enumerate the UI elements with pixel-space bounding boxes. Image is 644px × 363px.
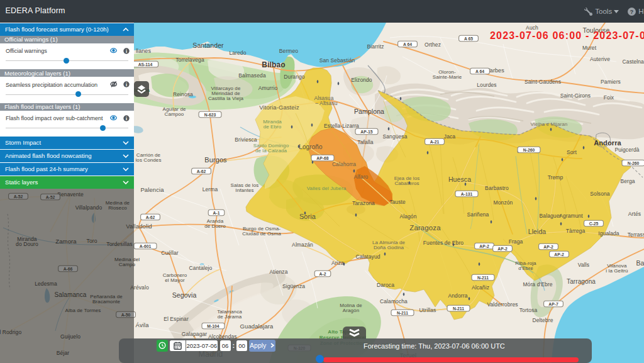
svg-text:Tafalla: Tafalla <box>357 139 373 145</box>
svg-text:Laredo: Laredo <box>229 50 246 56</box>
svg-text:Biarritz: Biarritz <box>367 43 384 50</box>
svg-text:Calatayud: Calatayud <box>355 254 380 260</box>
svg-text:Fraga: Fraga <box>509 238 523 245</box>
svg-text:Balaguer: Balaguer <box>540 213 562 219</box>
svg-text:AP-2: AP-2 <box>543 245 553 249</box>
svg-text:Ba: Ba <box>636 259 644 267</box>
svg-text:A-131: A-131 <box>461 192 473 196</box>
svg-text:AP-2: AP-2 <box>497 247 508 251</box>
svg-text:i: i <box>126 48 127 53</box>
svg-text:Infantes: Infantes <box>235 187 253 193</box>
svg-text:A 65: A 65 <box>464 36 473 41</box>
svg-text:Daroca: Daroca <box>377 282 394 288</box>
svg-text:Castelnauda: Castelnauda <box>623 59 644 65</box>
svg-text:Agramunt: Agramunt <box>559 213 583 219</box>
svg-text:A-21: A-21 <box>430 140 440 144</box>
svg-text:N-623: N-623 <box>204 113 216 117</box>
svg-text:Guadalajara: Guadalajara <box>240 323 274 330</box>
svg-text:Palencia: Palencia <box>140 186 164 193</box>
svg-text:Utrillas: Utrillas <box>419 307 436 313</box>
svg-text:San Sebastián: San Sebastián <box>319 57 355 64</box>
svg-text:Lourdes: Lourdes <box>477 82 496 88</box>
svg-text:Jaca: Jaca <box>444 133 456 140</box>
svg-text:N-260: N-260 <box>628 161 640 165</box>
svg-text:AP-7: AP-7 <box>548 302 558 306</box>
svg-text:d'Ebre: d'Ebre <box>518 265 533 271</box>
svg-text:de Jarama: de Jarama <box>218 314 242 320</box>
svg-text:N-211: N-211 <box>397 311 408 315</box>
svg-text:Valderrobres: Valderrobres <box>487 301 518 308</box>
svg-text:Berga: Berga <box>620 178 635 184</box>
svg-text:Pamplona: Pamplona <box>354 108 384 115</box>
svg-text:Caballeros: Caballeros <box>394 181 419 186</box>
svg-text:A-62: A-62 <box>146 215 155 220</box>
svg-text:Alcañiz: Alcañiz <box>472 284 489 291</box>
svg-text:los Condes: los Condes <box>135 157 161 163</box>
svg-text:de la Calzada: de la Calzada <box>255 148 287 154</box>
svg-text:Solsona: Solsona <box>590 191 610 197</box>
svg-text:A-601: A-601 <box>140 244 152 249</box>
svg-text:El Espinar: El Espinar <box>164 316 189 322</box>
svg-text:Campoo: Campoo <box>165 111 184 117</box>
svg-text:Lerma: Lerma <box>203 186 218 193</box>
svg-text:Tarazona: Tarazona <box>352 200 375 206</box>
svg-text:N-260: N-260 <box>523 148 535 152</box>
svg-text:Soria: Soria <box>299 213 316 220</box>
svg-text:A-2: A-2 <box>319 272 326 276</box>
svg-text:de Ebro: de Ebro <box>264 124 282 130</box>
svg-text:Tremp: Tremp <box>548 174 564 181</box>
svg-text:Tauste: Tauste <box>389 199 406 205</box>
svg-text:– Altsasu: – Altsasu <box>315 100 338 106</box>
svg-text:Sariñena: Sariñena <box>467 211 489 218</box>
svg-text:Vitoria-Gasteiz: Vitoria-Gasteiz <box>259 104 299 111</box>
svg-text:de Duero: de Duero <box>204 223 226 229</box>
svg-text:AS-114: AS-114 <box>138 62 153 67</box>
svg-text:Castilla la Vieja: Castilla la Vieja <box>208 96 244 101</box>
svg-text:A 64: A 64 <box>403 42 412 47</box>
svg-text:Ávila: Ávila <box>135 321 149 328</box>
svg-text:Cantalejo: Cantalejo <box>189 265 213 271</box>
svg-text:AP-2: AP-2 <box>554 252 564 257</box>
svg-text:Tàrrega: Tàrrega <box>566 228 586 234</box>
svg-text:A 64: A 64 <box>475 69 484 74</box>
svg-text:Lleida: Lleida <box>528 228 547 235</box>
svg-text:Auterive: Auterive <box>590 56 610 62</box>
svg-text:Zaragoza: Zaragoza <box>409 224 441 232</box>
svg-text:Artés: Artés <box>628 211 641 217</box>
svg-text:Alagón: Alagón <box>399 213 416 220</box>
svg-text:AP-15: AP-15 <box>360 130 372 134</box>
svg-text:Tortosa: Tortosa <box>519 307 538 313</box>
svg-text:Ciudad de Osma: Ciudad de Osma <box>242 231 281 237</box>
svg-text:Sainte-Marie: Sainte-Marie <box>433 74 462 80</box>
svg-text:Móra d'Ebre: Móra d'Ebre <box>523 281 552 288</box>
svg-text:Terrass: Terrass <box>628 232 644 238</box>
svg-text:Tarragona: Tarragona <box>567 278 596 285</box>
svg-text:C-25: C-25 <box>589 221 599 226</box>
svg-text:Almazán: Almazán <box>292 242 313 248</box>
svg-text:Galapagar: Galapagar <box>182 331 208 337</box>
svg-text:AP-2: AP-2 <box>479 244 489 249</box>
svg-text:Andorra: Andorra <box>448 293 468 299</box>
svg-text:llanes: llanes <box>136 48 152 54</box>
svg-text:Calahorra: Calahorra <box>332 161 356 167</box>
svg-text:Aragón: Aragón <box>343 308 359 313</box>
svg-text:Pamiers: Pamiers <box>601 79 621 85</box>
svg-text:Amurrio: Amurrio <box>258 85 278 91</box>
svg-text:Segovia: Segovia <box>172 291 197 299</box>
svg-text:Andorra: Andorra <box>594 139 621 147</box>
svg-text:Bermeo: Bermeo <box>279 48 299 54</box>
svg-text:Estella-Lizarra: Estella-Lizarra <box>324 123 359 129</box>
svg-text:AP-68: AP-68 <box>316 156 328 160</box>
svg-text:Doña Godina: Doña Godina <box>374 245 404 250</box>
svg-text:N-211: N-211 <box>453 306 464 311</box>
svg-text:i: i <box>126 82 127 87</box>
svg-text:Alfaro: Alfaro <box>354 174 369 180</box>
svg-text:Calamocha: Calamocha <box>380 298 408 304</box>
svg-text:Puigcerdà: Puigcerdà <box>614 147 639 153</box>
svg-text:Fuentes de Ebro: Fuentes de Ebro <box>423 240 464 246</box>
svg-text:Reinosa: Reinosa <box>173 91 193 98</box>
svg-text:Elizondo: Elizondo <box>351 77 372 83</box>
svg-text:Igualada: Igualada <box>598 230 619 237</box>
svg-text:Cuéllar: Cuéllar <box>161 250 179 256</box>
svg-text:Torrelavega: Torrelavega <box>175 57 204 63</box>
